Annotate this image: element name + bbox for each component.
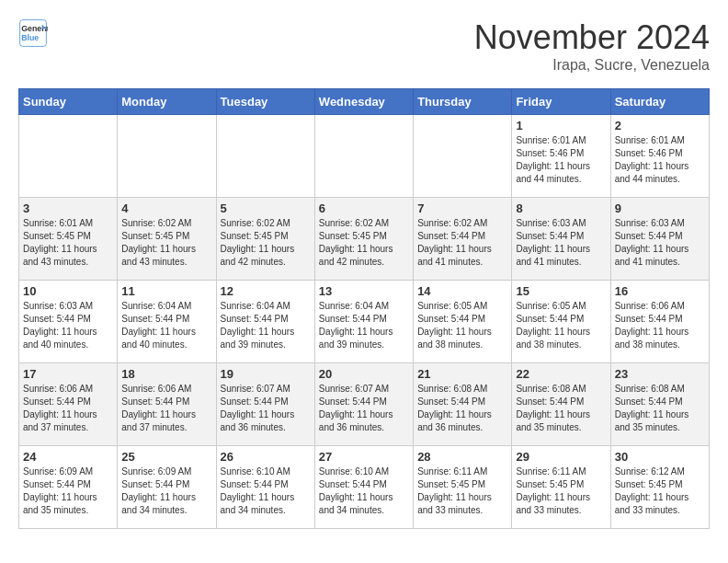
calendar-cell: 15Sunrise: 6:05 AM Sunset: 5:44 PM Dayli… xyxy=(512,281,610,363)
calendar-cell xyxy=(414,115,512,198)
calendar-cell: 18Sunrise: 6:06 AM Sunset: 5:44 PM Dayli… xyxy=(118,363,216,446)
calendar-week-row: 17Sunrise: 6:06 AM Sunset: 5:44 PM Dayli… xyxy=(19,363,710,446)
weekday-header-tuesday: Tuesday xyxy=(216,89,314,115)
calendar-cell xyxy=(19,115,118,198)
day-number: 7 xyxy=(417,201,507,215)
day-number: 21 xyxy=(417,367,507,381)
day-number: 6 xyxy=(319,201,409,215)
calendar-cell: 9Sunrise: 6:03 AM Sunset: 5:44 PM Daylig… xyxy=(610,198,709,281)
day-info: Sunrise: 6:07 AM Sunset: 5:44 PM Dayligh… xyxy=(319,383,409,434)
calendar-cell xyxy=(314,115,413,198)
logo-icon: General Blue xyxy=(18,18,48,48)
calendar-cell: 22Sunrise: 6:08 AM Sunset: 5:44 PM Dayli… xyxy=(512,363,610,446)
day-number: 26 xyxy=(221,450,311,464)
calendar-week-row: 1Sunrise: 6:01 AM Sunset: 5:46 PM Daylig… xyxy=(19,115,710,198)
calendar-cell: 25Sunrise: 6:09 AM Sunset: 5:44 PM Dayli… xyxy=(118,446,216,529)
weekday-header-row: SundayMondayTuesdayWednesdayThursdayFrid… xyxy=(19,89,710,115)
day-info: Sunrise: 6:08 AM Sunset: 5:44 PM Dayligh… xyxy=(417,383,507,434)
day-info: Sunrise: 6:03 AM Sunset: 5:44 PM Dayligh… xyxy=(23,300,113,351)
day-number: 17 xyxy=(23,367,113,381)
day-info: Sunrise: 6:01 AM Sunset: 5:45 PM Dayligh… xyxy=(23,217,113,269)
calendar-week-row: 10Sunrise: 6:03 AM Sunset: 5:44 PM Dayli… xyxy=(19,281,710,363)
calendar-cell: 23Sunrise: 6:08 AM Sunset: 5:44 PM Dayli… xyxy=(610,363,709,446)
day-number: 14 xyxy=(417,284,507,298)
day-info: Sunrise: 6:10 AM Sunset: 5:44 PM Dayligh… xyxy=(319,465,409,517)
day-info: Sunrise: 6:08 AM Sunset: 5:44 PM Dayligh… xyxy=(615,383,705,434)
calendar-week-row: 24Sunrise: 6:09 AM Sunset: 5:44 PM Dayli… xyxy=(19,446,710,529)
calendar-cell: 1Sunrise: 6:01 AM Sunset: 5:46 PM Daylig… xyxy=(512,115,610,198)
calendar-cell xyxy=(216,115,314,198)
calendar-cell: 3Sunrise: 6:01 AM Sunset: 5:45 PM Daylig… xyxy=(19,198,118,281)
day-number: 3 xyxy=(23,201,113,215)
day-number: 29 xyxy=(516,450,606,464)
day-number: 23 xyxy=(615,367,705,381)
calendar-cell: 17Sunrise: 6:06 AM Sunset: 5:44 PM Dayli… xyxy=(19,363,118,446)
day-info: Sunrise: 6:06 AM Sunset: 5:44 PM Dayligh… xyxy=(121,383,211,434)
day-number: 8 xyxy=(516,201,606,215)
calendar-cell: 27Sunrise: 6:10 AM Sunset: 5:44 PM Dayli… xyxy=(314,446,413,529)
calendar-cell: 20Sunrise: 6:07 AM Sunset: 5:44 PM Dayli… xyxy=(314,363,413,446)
day-info: Sunrise: 6:02 AM Sunset: 5:45 PM Dayligh… xyxy=(221,217,311,269)
day-number: 18 xyxy=(121,367,211,381)
day-info: Sunrise: 6:10 AM Sunset: 5:44 PM Dayligh… xyxy=(221,465,311,517)
day-number: 9 xyxy=(615,201,705,215)
calendar-cell: 19Sunrise: 6:07 AM Sunset: 5:44 PM Dayli… xyxy=(216,363,314,446)
day-number: 16 xyxy=(615,284,705,298)
calendar-cell: 24Sunrise: 6:09 AM Sunset: 5:44 PM Dayli… xyxy=(19,446,118,529)
calendar-cell: 21Sunrise: 6:08 AM Sunset: 5:44 PM Dayli… xyxy=(414,363,512,446)
calendar-cell: 6Sunrise: 6:02 AM Sunset: 5:45 PM Daylig… xyxy=(314,198,413,281)
day-info: Sunrise: 6:01 AM Sunset: 5:46 PM Dayligh… xyxy=(615,134,705,186)
day-info: Sunrise: 6:11 AM Sunset: 5:45 PM Dayligh… xyxy=(417,465,507,517)
day-info: Sunrise: 6:05 AM Sunset: 5:44 PM Dayligh… xyxy=(417,300,507,351)
page-header: General Blue November 2024 Irapa, Sucre,… xyxy=(18,18,710,74)
location-subtitle: Irapa, Sucre, Venezuela xyxy=(474,57,710,74)
calendar-cell: 29Sunrise: 6:11 AM Sunset: 5:45 PM Dayli… xyxy=(512,446,610,529)
day-number: 1 xyxy=(516,119,606,132)
svg-text:Blue: Blue xyxy=(21,33,39,42)
day-number: 22 xyxy=(516,367,606,381)
calendar-cell: 16Sunrise: 6:06 AM Sunset: 5:44 PM Dayli… xyxy=(610,281,709,363)
calendar-cell: 10Sunrise: 6:03 AM Sunset: 5:44 PM Dayli… xyxy=(19,281,118,363)
weekday-header-friday: Friday xyxy=(512,89,610,115)
day-number: 20 xyxy=(319,367,409,381)
day-info: Sunrise: 6:04 AM Sunset: 5:44 PM Dayligh… xyxy=(221,300,311,351)
calendar-cell: 11Sunrise: 6:04 AM Sunset: 5:44 PM Dayli… xyxy=(118,281,216,363)
day-info: Sunrise: 6:03 AM Sunset: 5:44 PM Dayligh… xyxy=(516,217,606,269)
month-title: November 2024 xyxy=(474,18,710,57)
day-number: 4 xyxy=(121,201,211,215)
day-info: Sunrise: 6:11 AM Sunset: 5:45 PM Dayligh… xyxy=(516,465,606,517)
weekday-header-monday: Monday xyxy=(118,89,216,115)
title-block: November 2024 Irapa, Sucre, Venezuela xyxy=(474,18,710,74)
day-info: Sunrise: 6:06 AM Sunset: 5:44 PM Dayligh… xyxy=(23,383,113,434)
day-info: Sunrise: 6:06 AM Sunset: 5:44 PM Dayligh… xyxy=(615,300,705,351)
day-info: Sunrise: 6:09 AM Sunset: 5:44 PM Dayligh… xyxy=(121,465,211,517)
weekday-header-saturday: Saturday xyxy=(610,89,709,115)
calendar-cell: 8Sunrise: 6:03 AM Sunset: 5:44 PM Daylig… xyxy=(512,198,610,281)
day-info: Sunrise: 6:02 AM Sunset: 5:45 PM Dayligh… xyxy=(121,217,211,269)
day-info: Sunrise: 6:05 AM Sunset: 5:44 PM Dayligh… xyxy=(516,300,606,351)
calendar-cell: 30Sunrise: 6:12 AM Sunset: 5:45 PM Dayli… xyxy=(610,446,709,529)
calendar-cell: 7Sunrise: 6:02 AM Sunset: 5:44 PM Daylig… xyxy=(414,198,512,281)
calendar-cell: 4Sunrise: 6:02 AM Sunset: 5:45 PM Daylig… xyxy=(118,198,216,281)
calendar-cell: 28Sunrise: 6:11 AM Sunset: 5:45 PM Dayli… xyxy=(414,446,512,529)
day-number: 24 xyxy=(23,450,113,464)
calendar-table: SundayMondayTuesdayWednesdayThursdayFrid… xyxy=(18,88,710,529)
calendar-cell: 12Sunrise: 6:04 AM Sunset: 5:44 PM Dayli… xyxy=(216,281,314,363)
day-info: Sunrise: 6:01 AM Sunset: 5:46 PM Dayligh… xyxy=(516,134,606,186)
day-number: 27 xyxy=(319,450,409,464)
day-number: 25 xyxy=(121,450,211,464)
day-info: Sunrise: 6:12 AM Sunset: 5:45 PM Dayligh… xyxy=(615,465,705,517)
weekday-header-sunday: Sunday xyxy=(19,89,118,115)
day-number: 19 xyxy=(221,367,311,381)
calendar-cell: 13Sunrise: 6:04 AM Sunset: 5:44 PM Dayli… xyxy=(314,281,413,363)
calendar-week-row: 3Sunrise: 6:01 AM Sunset: 5:45 PM Daylig… xyxy=(19,198,710,281)
logo: General Blue xyxy=(18,18,48,48)
weekday-header-thursday: Thursday xyxy=(414,89,512,115)
day-number: 28 xyxy=(417,450,507,464)
day-number: 30 xyxy=(615,450,705,464)
day-number: 11 xyxy=(121,284,211,298)
calendar-cell xyxy=(118,115,216,198)
svg-text:General: General xyxy=(21,24,48,33)
weekday-header-wednesday: Wednesday xyxy=(314,89,413,115)
day-number: 13 xyxy=(319,284,409,298)
